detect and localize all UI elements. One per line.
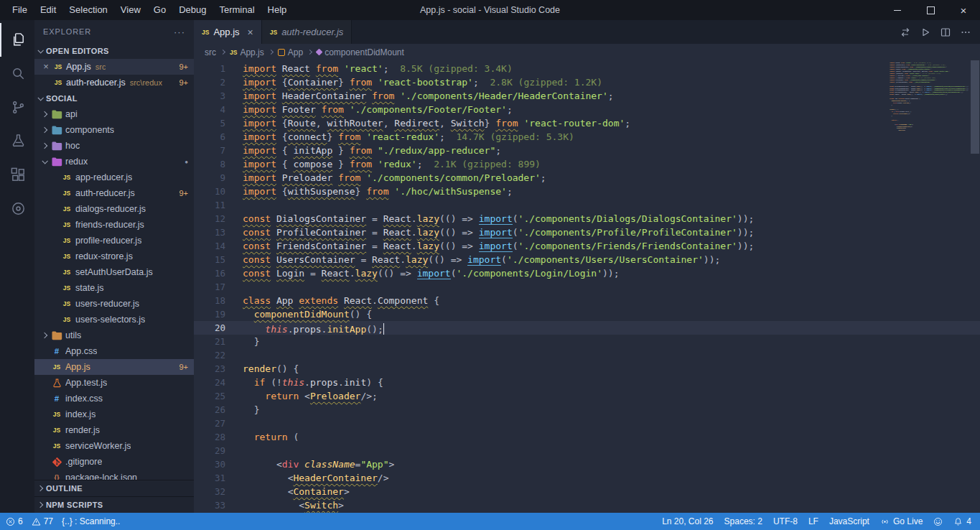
file-App.test.js[interactable]: App.test.js xyxy=(34,375,194,391)
code-line-11[interactable]: 11 xyxy=(194,198,980,212)
line-number[interactable]: 10 xyxy=(194,185,243,198)
line-number[interactable]: 9 xyxy=(194,171,243,185)
live-share-icon[interactable] xyxy=(0,192,34,226)
file-auth-reducer.js[interactable]: JSauth-reducer.js9+ xyxy=(34,185,194,201)
code-line-3[interactable]: 3import HeaderContainer from './componen… xyxy=(194,89,980,103)
line-number[interactable]: 27 xyxy=(194,417,243,430)
breadcrumb-App.js[interactable]: JSApp.js xyxy=(230,47,264,57)
code-line-1[interactable]: 1import React from 'react'; 8.5K (gzippe… xyxy=(194,62,980,75)
line-number[interactable]: 3 xyxy=(194,89,243,103)
code-line-27[interactable]: 27 xyxy=(194,417,980,430)
file-setAuthUserData.js[interactable]: JSsetAuthUserData.js xyxy=(34,264,194,280)
close-icon[interactable]: × xyxy=(40,61,52,73)
minimap[interactable]: import React from 'react'; 8.5K (gzipped… xyxy=(890,62,970,507)
maximize-button[interactable] xyxy=(914,0,947,20)
more-actions-icon[interactable]: ··· xyxy=(174,27,185,37)
project-section-header[interactable]: SOCIAL xyxy=(34,90,194,106)
encoding-setting[interactable]: UTF-8 xyxy=(773,516,798,526)
menu-file[interactable]: File xyxy=(6,0,34,20)
file-dialogs-reducer.js[interactable]: JSdialogs-reducer.js xyxy=(34,201,194,217)
open-editor-App.js[interactable]: ×JSApp.jssrc9+ xyxy=(34,59,194,75)
line-number[interactable]: 31 xyxy=(194,471,243,485)
feedback-button[interactable] xyxy=(933,517,943,526)
eol-setting[interactable]: LF xyxy=(808,516,818,526)
line-number[interactable]: 2 xyxy=(194,75,243,89)
code-line-16[interactable]: 16const Login = React.lazy(() => import(… xyxy=(194,266,980,280)
breadcrumb-App[interactable]: App xyxy=(278,47,303,57)
code-line-5[interactable]: 5import {Route, withRouter, Redirect, Sw… xyxy=(194,116,980,130)
code-line-6[interactable]: 6import {connect} from 'react-redux'; 14… xyxy=(194,130,980,144)
code-line-25[interactable]: 25 return <Preloader/>; xyxy=(194,389,980,403)
line-number[interactable]: 20 xyxy=(194,321,243,335)
menu-view[interactable]: View xyxy=(114,0,147,20)
file-profile-reducer.js[interactable]: JSprofile-reducer.js xyxy=(34,233,194,248)
line-number[interactable]: 7 xyxy=(194,144,243,157)
chevron-right-icon[interactable] xyxy=(42,111,47,117)
code-line-4[interactable]: 4import Footer from './components/Footer… xyxy=(194,103,980,116)
run-code-icon[interactable] xyxy=(920,27,931,38)
file-state.js[interactable]: JSstate.js xyxy=(34,280,194,296)
menu-go[interactable]: Go xyxy=(147,0,172,20)
line-number[interactable]: 5 xyxy=(194,116,243,130)
more-actions-icon[interactable] xyxy=(960,27,971,38)
file-App.css[interactable]: #App.css xyxy=(34,343,194,359)
folder-utils[interactable]: utils xyxy=(34,327,194,343)
file-.gitignore[interactable]: .gitignore xyxy=(34,454,194,470)
code-line-14[interactable]: 14const FriendsContainer = React.lazy(()… xyxy=(194,239,980,253)
code-line-32[interactable]: 32 <Container> xyxy=(194,485,980,498)
line-number[interactable]: 14 xyxy=(194,239,243,253)
test-explorer-icon[interactable] xyxy=(0,124,34,158)
code-line-29[interactable]: 29 xyxy=(194,444,980,457)
line-number[interactable]: 17 xyxy=(194,280,243,294)
close-icon[interactable]: × xyxy=(248,27,253,38)
tab-App.js[interactable]: JSApp.js× xyxy=(194,20,262,44)
file-package-lock.json[interactable]: {}package-lock.json xyxy=(34,470,194,480)
line-number[interactable]: 18 xyxy=(194,294,243,307)
code-editor[interactable]: 1import React from 'react'; 8.5K (gzippe… xyxy=(194,60,980,513)
code-line-22[interactable]: 22 xyxy=(194,348,980,362)
scrollbar-thumb[interactable] xyxy=(971,60,979,154)
menu-debug[interactable]: Debug xyxy=(172,0,213,20)
chevron-right-icon[interactable] xyxy=(42,143,47,149)
code-line-30[interactable]: 30 <div className="App"> xyxy=(194,457,980,471)
open-editors-header[interactable]: OPEN EDITORS xyxy=(34,43,194,59)
line-number[interactable]: 22 xyxy=(194,348,243,362)
code-line-9[interactable]: 9import Preloader from './components/com… xyxy=(194,171,980,185)
extensions-icon[interactable] xyxy=(0,158,34,192)
code-line-18[interactable]: 18class App extends React.Component { xyxy=(194,294,980,307)
file-index.js[interactable]: JSindex.js xyxy=(34,406,194,422)
code-line-12[interactable]: 12const DialogsContainer = React.lazy(()… xyxy=(194,212,980,226)
chevron-right-icon[interactable] xyxy=(42,127,47,133)
code-line-10[interactable]: 10import {withSuspense} from './hoc/with… xyxy=(194,185,980,198)
line-number[interactable]: 15 xyxy=(194,253,243,266)
line-number[interactable]: 21 xyxy=(194,335,243,348)
search-icon[interactable] xyxy=(0,57,34,90)
code-line-31[interactable]: 31 <HeaderContainer/> xyxy=(194,471,980,485)
language-mode[interactable]: JavaScript xyxy=(829,516,869,526)
indentation-setting[interactable]: Spaces: 2 xyxy=(724,516,762,526)
open-changes-icon[interactable] xyxy=(900,27,911,38)
line-number[interactable]: 33 xyxy=(194,498,243,512)
code-line-13[interactable]: 13const ProfileContainer = React.lazy(()… xyxy=(194,226,980,239)
problems-indicator[interactable]: 6 77 xyxy=(6,516,53,526)
menu-selection[interactable]: Selection xyxy=(62,0,113,20)
code-line-24[interactable]: 24 if (!this.props.init) { xyxy=(194,376,980,389)
npm-scripts-section-header[interactable]: NPM SCRIPTS xyxy=(34,496,194,513)
line-number[interactable]: 24 xyxy=(194,376,243,389)
line-number[interactable]: 29 xyxy=(194,444,243,457)
line-number[interactable]: 28 xyxy=(194,430,243,444)
code-line-15[interactable]: 15const UsersContainer = React.lazy(() =… xyxy=(194,253,980,266)
code-line-20[interactable]: 20 this.props.initApp(); xyxy=(194,321,980,335)
folder-hoc[interactable]: hoc xyxy=(34,138,194,154)
notifications-bell[interactable]: 4 xyxy=(953,516,971,526)
chevron-down-icon[interactable] xyxy=(42,158,47,164)
code-line-7[interactable]: 7import { initApp } from "./redux/app-re… xyxy=(194,144,980,157)
line-number[interactable]: 11 xyxy=(194,198,243,212)
folder-redux[interactable]: redux● xyxy=(34,154,194,169)
code-line-23[interactable]: 23render() { xyxy=(194,362,980,376)
line-number[interactable]: 32 xyxy=(194,485,243,498)
line-number[interactable]: 19 xyxy=(194,307,243,321)
code-line-26[interactable]: 26 } xyxy=(194,403,980,417)
folder-components[interactable]: components xyxy=(34,122,194,138)
file-app-reducer.js[interactable]: JSapp-reducer.js xyxy=(34,169,194,185)
